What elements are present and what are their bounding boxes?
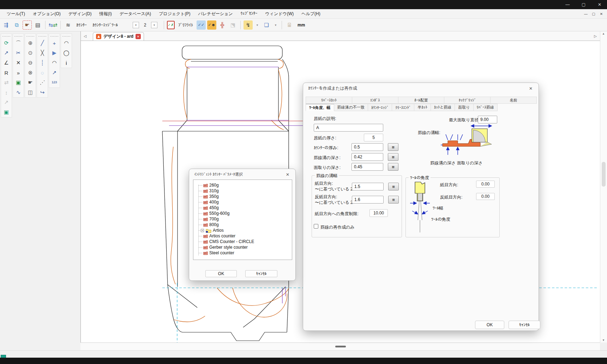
tree-item-310g[interactable]: 310g: [193, 188, 219, 194]
checklist-user-icon[interactable]: ✓☻: [207, 20, 216, 30]
circle-center-icon[interactable]: ◌: [37, 68, 48, 78]
menu-item-tools[interactable]: ツール(T): [3, 10, 29, 18]
arrowhead-icon[interactable]: ▶: [49, 48, 60, 58]
tree-item-550g-600g[interactable]: 550g-600g: [193, 211, 229, 216]
vertical-scrollbar[interactable]: ▲ ▼: [600, 31, 607, 342]
cross-lines-icon[interactable]: ╳: [37, 48, 48, 58]
folder-panels-dropdown[interactable]: ▾: [272, 22, 279, 28]
counter-edge-tool-label[interactable]: ｶｳﾝﾀｰｴｯｼﾞﾂｰﾙ: [92, 23, 118, 28]
mdi-restore-button[interactable]: ▢: [590, 11, 597, 17]
counter-tab-r2-5[interactable]: 半ｶｯﾄ: [414, 104, 431, 111]
counter-tab-r2-8[interactable]: ﾘﾊﾞｰｽ罫線: [474, 104, 498, 111]
counter-tab-r1-4[interactable]: ﾀｯｸﾌﾞﾘｯｼﾞ: [444, 97, 491, 104]
menu-item-window[interactable]: ウィンドウ(W): [262, 10, 298, 18]
numbered-sequence-icon[interactable]: ¹²³: [49, 78, 60, 87]
tree-item-450g[interactable]: 450g: [193, 205, 219, 211]
route-arrows-icon[interactable]: ⇆⇄: [48, 20, 58, 30]
menu-item-info[interactable]: 情報(I): [95, 10, 115, 18]
layer-dropdown-right[interactable]: ▾: [151, 22, 157, 28]
group-select-icon[interactable]: ▣: [13, 78, 24, 87]
grain-groove-width-field[interactable]: [352, 183, 384, 190]
undo-route-icon[interactable]: ↯: [244, 20, 253, 30]
circle-node-icon[interactable]: ◯: [61, 48, 72, 58]
menu-item-database[interactable]: データベース(A): [116, 10, 155, 18]
cross-groove-menu-button[interactable]: ≡: [388, 196, 399, 204]
recreate-crease-checkbox[interactable]: [314, 224, 318, 229]
fillet-corner-icon[interactable]: ⌒: [13, 38, 24, 48]
chart-icon[interactable]: ⌹: [285, 20, 294, 30]
preview-eye-icon[interactable]: ◫: [25, 87, 36, 97]
counter-tab-r2-3[interactable]: ｶｳﾝﾀｰｴｯｼﾞ: [368, 104, 392, 111]
menu-item-help[interactable]: ヘルプ(H): [298, 10, 324, 18]
parameter-tree-list[interactable]: 260g310g350g400g450g550g-600g700g800g+Ar…: [193, 180, 292, 260]
counter-dialog-close-icon[interactable]: ✕: [527, 85, 534, 92]
layout-boxes-icon[interactable]: ⧉: [12, 20, 21, 30]
curve-hook-icon[interactable]: ↪: [37, 87, 48, 97]
tree-item-800g[interactable]: 800g: [193, 222, 219, 228]
workflow-icon[interactable]: ⇶: [1, 20, 11, 30]
measure-angle-icon[interactable]: ∠: [1, 58, 12, 68]
info-icon[interactable]: i: [61, 58, 72, 68]
counter-layers-icon[interactable]: ≋: [64, 20, 73, 30]
tree-item-350g[interactable]: 350g: [193, 194, 219, 199]
step-line-icon[interactable]: ∿: [13, 87, 24, 97]
tree-item-700g[interactable]: 700g: [193, 216, 219, 222]
tree-item-artios[interactable]: +Artios: [193, 228, 224, 233]
counter-dialog-ok-button[interactable]: OK: [475, 321, 504, 329]
counter-tab-r2-2[interactable]: 罫線溝の不一致: [334, 104, 368, 111]
groove-depth-menu-button[interactable]: ≡: [388, 153, 398, 161]
menu-item-webcenter[interactable]: ｳｪﾌﾞｾﾝﾀｰ: [237, 10, 262, 18]
measure-radius-icon[interactable]: R: [1, 68, 12, 78]
tree-item-cms-counter-circle[interactable]: CMS Counter - CIRCLE: [193, 239, 254, 244]
window-maximize-button[interactable]: ▢: [576, 0, 591, 9]
counter-tab-r1-2[interactable]: ｴﾝﾎﾞｽ: [352, 97, 398, 104]
counter-tab-r2-6[interactable]: ｶｯﾄと罫線: [431, 104, 455, 111]
menu-item-options[interactable]: オプション(O): [29, 10, 65, 18]
perforation-icon[interactable]: ┊: [37, 58, 48, 68]
menu-item-design[interactable]: デザイン(D): [65, 10, 96, 18]
tree-item-gerber-style-counter[interactable]: Gerber style counter: [193, 244, 248, 250]
zoom-in-icon[interactable]: ⊕: [25, 38, 36, 48]
delete-x-icon[interactable]: ✕: [13, 58, 24, 68]
cut-line-icon[interactable]: ✂: [13, 48, 24, 58]
chamfer-depth-field[interactable]: [351, 163, 383, 171]
counter-tool-label[interactable]: ｶｳﾝﾀｰ: [76, 23, 87, 28]
parameter-dialog-ok-button[interactable]: OK: [205, 270, 237, 277]
arc-node-icon[interactable]: ◠: [61, 38, 72, 48]
counter-thickness-field[interactable]: [351, 143, 383, 151]
parameter-dialog-close-icon[interactable]: ✕: [284, 171, 291, 178]
zoom-out-icon[interactable]: ⊖: [25, 58, 36, 68]
checklist-blue-icon[interactable]: ✓✓: [197, 20, 206, 30]
counter-tab-r1-5[interactable]: 名前: [491, 97, 537, 104]
zoom-region-icon[interactable]: ⊙: [25, 48, 36, 58]
tree-item-260g[interactable]: 260g: [193, 182, 219, 188]
mdi-minimize-button[interactable]: —: [582, 11, 589, 17]
window-minimize-button[interactable]: —: [560, 0, 575, 9]
design-rebuild-icon[interactable]: ⟳: [1, 38, 12, 48]
tree-expander-icon[interactable]: +: [201, 229, 204, 232]
base-desc-field[interactable]: [314, 124, 383, 132]
arc-tool-icon[interactable]: ◠: [49, 58, 60, 68]
counter-tab-r1-3[interactable]: ﾎｰﾙ配置: [398, 97, 445, 104]
vertical-scroll-handle[interactable]: [602, 162, 606, 187]
direction-arrow-icon[interactable]: »: [13, 68, 24, 78]
spec-list-icon[interactable]: ▤: [33, 20, 42, 30]
counter-tab-r1-1[interactable]: ﾘﾊﾞｰｽｶｯﾄ: [306, 97, 352, 104]
counter-tab-r2-4[interactable]: ｸﾘｰｽｴﾝﾄﾞ: [392, 104, 414, 111]
grain-groove-menu-button[interactable]: ≡: [388, 183, 399, 190]
groove-depth-field[interactable]: [351, 153, 383, 161]
cross-groove-width-field[interactable]: [352, 196, 384, 204]
counter-thickness-menu-button[interactable]: ≡: [388, 143, 398, 151]
part-select-icon[interactable]: ▣: [1, 107, 12, 117]
short-line-icon[interactable]: ↗: [49, 68, 60, 78]
tab-scroll-left-button[interactable]: ◁: [82, 33, 88, 39]
stamp-image-icon[interactable]: ☛: [23, 20, 32, 30]
tab-scroll-right-button[interactable]: ▷: [593, 33, 598, 39]
tree-item-artios-counter[interactable]: Artios counter: [193, 233, 235, 239]
counter-tab-r2-1[interactable]: ﾂｰﾙ角度、幅: [306, 104, 334, 111]
pan-hand-icon[interactable]: ☛: [25, 78, 36, 87]
menu-item-palletization[interactable]: パレチゼーション: [194, 10, 237, 18]
tree-item-400g[interactable]: 400g: [193, 199, 219, 205]
mdi-close-button[interactable]: ✕: [598, 11, 605, 17]
horizontal-scroll-handle[interactable]: [335, 346, 346, 347]
